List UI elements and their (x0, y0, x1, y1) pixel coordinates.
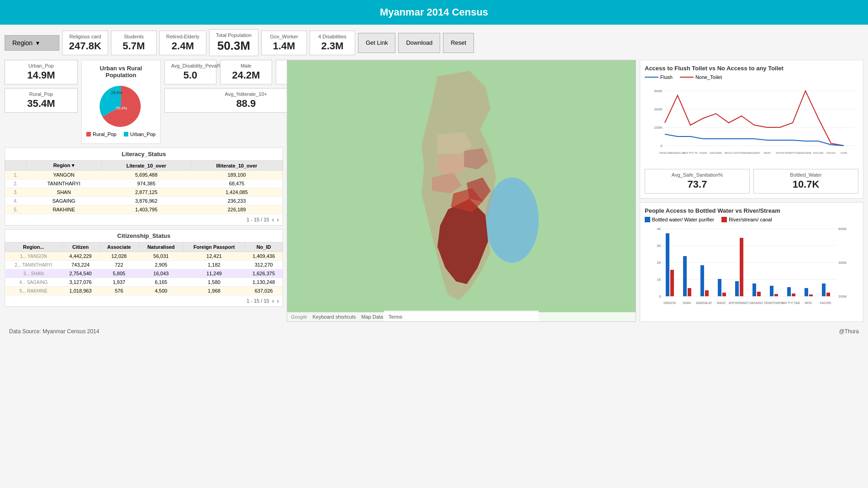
data-source: Data Source: Myanmar Census 2014 (9, 328, 99, 335)
row-num: 3... SHAN (5, 269, 62, 278)
stat-value: 50.3M (216, 39, 252, 53)
col-region[interactable]: Region ▾ (26, 161, 101, 171)
region-dropdown[interactable]: Region ▾ (5, 35, 59, 51)
row-naturalised: 4,500 (139, 287, 183, 295)
bar-blue-mon (805, 288, 808, 296)
rural-legend-dot (86, 132, 91, 136)
river-stream-legend-rect (721, 217, 727, 222)
row-literate: 974,385 (102, 179, 191, 188)
bar-red-mandalay (705, 290, 709, 296)
svg-text:600K: 600K (838, 227, 847, 231)
stat-label: Total Population (216, 32, 252, 38)
svg-text:KACHIN: KACHIN (820, 301, 831, 304)
stat-gov-worker: Gov_Worker 1.4M (261, 31, 307, 55)
svg-text:300K: 300K (654, 89, 663, 93)
urban-pop-label: Urban_Pop (11, 63, 71, 68)
svg-text:YANGON: YANGON (663, 301, 676, 304)
literacy-table-container: Literacy_Status Region ▾ Literate_10_ove… (5, 147, 283, 226)
svg-text:TANINTTHA..: TANINTTHA.. (784, 152, 801, 154)
none-toilet-legend-label: None_Toilet (695, 74, 722, 80)
download-button[interactable]: Download (398, 33, 440, 53)
citizenship-next-btn[interactable]: › (277, 297, 279, 304)
col-naturalised: Naturalised (139, 242, 183, 252)
river-stream-legend-label: River/stream/ canal (729, 217, 772, 222)
citizenship-prev-btn[interactable]: ‹ (272, 297, 274, 304)
citizenship-pagination: 1 - 15 / 15 ‹ › (5, 295, 283, 306)
stat-retired-elderly: Retired-Elderly 2.4M (159, 31, 206, 55)
bar-red-shan (688, 288, 691, 296)
reset-button[interactable]: Reset (443, 33, 474, 53)
literacy-pagination: 1 - 15 / 15 ‹ › (5, 214, 283, 225)
row-region: TANINTHARYI (26, 179, 101, 188)
none-toilet-legend: None_Toilet (680, 74, 722, 80)
stat-value: 5.7M (118, 40, 150, 52)
region-label: Region (12, 39, 32, 47)
none-toilet-line (665, 91, 844, 146)
urban-legend-label: Urban_Pop (130, 131, 156, 137)
row-no-id: 1,409,436 (245, 252, 283, 261)
rural-pop-label: Rural_Pop (11, 91, 71, 97)
row-foreign: 1,580 (183, 278, 245, 287)
bar-chart-title: People Access to Bottled Water vs River/… (645, 207, 858, 214)
line-chart-svg: 300K 200K 100K 0 YANGON MANDALAY NAY PYI… (645, 82, 858, 164)
col-no-id: No_ID (245, 242, 283, 252)
google-label: Google (291, 314, 307, 320)
stat-value: 2.4M (166, 40, 200, 52)
svg-text:AYEYARWADY: AYEYARWADY (729, 301, 749, 304)
literacy-prev-btn[interactable]: ‹ (272, 216, 274, 223)
col-citizen: Citizen (62, 242, 99, 252)
svg-text:KAYAH: KAYAH (826, 152, 835, 154)
bottled-water-label: Bottled_Water (760, 172, 852, 178)
row-region: YANGON (26, 171, 101, 179)
row-region: SHAN (26, 188, 101, 197)
stat-label: Religious card (69, 34, 101, 39)
col-num (5, 161, 26, 171)
col-region-num: Region... (5, 242, 62, 252)
svg-text:KAYIN: KAYIN (776, 152, 784, 154)
row-naturalised: 16,043 (139, 269, 183, 278)
river-stream-legend: River/stream/ canal (721, 217, 772, 222)
row-naturalised: 6,165 (139, 278, 183, 287)
row-naturalised: 2,905 (139, 261, 183, 269)
terms-link[interactable]: Terms (389, 314, 402, 320)
bar-blue-bago (718, 279, 721, 296)
bar-blue-shan (683, 256, 687, 296)
svg-text:MON: MON (764, 152, 770, 154)
row-no-id: 312,270 (245, 261, 283, 269)
svg-text:0: 0 (661, 144, 663, 148)
dropdown-arrow: ▾ (36, 39, 39, 47)
svg-text:2K: 2K (657, 261, 661, 265)
get-link-button[interactable]: Get Link (358, 33, 395, 53)
table-row: 5... RAKHINE 1,018,963 576 4,500 1,968 6… (5, 287, 283, 295)
map-svg: Google (287, 60, 636, 321)
bar-chart-area: People Access to Bottled Water vs River/… (640, 202, 863, 322)
svg-text:MANDALAY: MANDALAY (696, 301, 712, 304)
stat-disabilities: 4 Disabilities 2.3M (310, 31, 355, 55)
svg-text:SAGAING: SAGAING (710, 152, 722, 154)
svg-text:400K: 400K (838, 261, 847, 265)
stat-total-population: Total Population 50.3M (209, 29, 258, 56)
map-data-link[interactable]: Map Data (361, 314, 383, 320)
keyboard-shortcuts-link[interactable]: Keyboard shortcuts (312, 314, 356, 320)
bar-blue-yangon (666, 233, 669, 296)
bar-red-yangon (670, 270, 674, 296)
legend-urban: Urban_Pop (124, 131, 156, 137)
rural-pct-label: 70.4% (116, 106, 127, 110)
row-num: 3. (5, 188, 26, 197)
row-literate: 3,876,962 (102, 197, 191, 205)
svg-text:SAGAING: SAGAING (749, 301, 763, 304)
avg-disability-value: 5.0 (171, 69, 210, 81)
line-chart-area: Access to Flush Toilet vs No Access to a… (640, 60, 863, 199)
svg-text:MON: MON (805, 301, 811, 304)
table-row: 1. YANGON 5,695,488 189,100 (5, 171, 283, 179)
male-value: 24.2M (227, 69, 265, 81)
avg-sanitation-value: 73.7 (652, 178, 743, 190)
rural-legend-label: Rural_Pop (93, 131, 116, 137)
row-num: 5. (5, 205, 26, 214)
row-citizen: 1,018,963 (62, 287, 99, 295)
literacy-next-btn[interactable]: › (277, 216, 279, 223)
table-row: 5. RAKHINE 1,403,795 226,189 (5, 205, 283, 214)
row-num: 2... TANINTHARYI (5, 261, 62, 269)
male-label: Male (227, 63, 265, 68)
row-citizen: 3,127,076 (62, 278, 99, 287)
